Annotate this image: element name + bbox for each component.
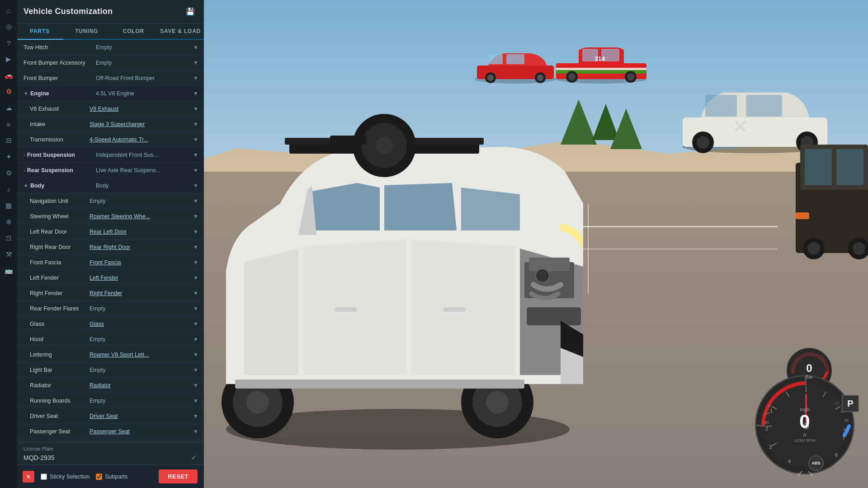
icon-list[interactable]: ≡ — [1, 117, 16, 132]
parts-row-19[interactable]: Hood Empty ▼ — [16, 332, 204, 347]
dropdown-arrow-8[interactable]: ▼ — [193, 167, 198, 174]
parts-row-24[interactable]: Driver Seat Driver Seat ▼ — [16, 408, 204, 424]
svg-text:-30: -30 — [763, 420, 769, 425]
dropdown-arrow-23[interactable]: ▼ — [193, 398, 198, 404]
svg-line-64 — [835, 406, 840, 409]
icon-vehicle2[interactable]: 🚌 — [1, 263, 16, 278]
dropdown-arrow-13[interactable]: ▼ — [193, 244, 198, 250]
sticky-label-text: Sticky Selection — [50, 474, 90, 480]
parts-row-16[interactable]: Right Fender Right Fender ▼ — [16, 286, 204, 301]
parts-row-13[interactable]: Right Rear Door Rear Right Door ▼ — [16, 239, 204, 255]
dropdown-arrow-15[interactable]: ▼ — [193, 275, 198, 281]
left-arrow[interactable]: ↙ — [797, 468, 803, 478]
icon-volume[interactable]: ♪ — [1, 182, 16, 197]
parts-row-12[interactable]: Left Rear Door Rear Left Door ▼ — [16, 224, 204, 239]
dropdown-arrow-19[interactable]: ▼ — [193, 336, 198, 343]
parts-row-15[interactable]: Left Fender Left Fender ▼ — [16, 270, 204, 286]
license-plate-confirm[interactable]: ✓ — [191, 453, 197, 462]
tab-parts[interactable]: PARTS — [16, 23, 63, 40]
parts-row-7[interactable]: › Front Suspension Independent Front Sus… — [16, 147, 204, 163]
tab-save-load[interactable]: SAVE & LOAD — [157, 23, 204, 40]
parts-row-20[interactable]: Lettering Roamer V8 Sport Lett... ▼ — [16, 347, 204, 362]
dropdown-arrow-7[interactable]: ▼ — [193, 152, 198, 158]
parts-row-17[interactable]: Rear Fender Flares Empty ▼ — [16, 301, 204, 316]
part-value-13: Rear Right Door — [90, 244, 190, 250]
dropdown-arrow-11[interactable]: ▼ — [193, 213, 198, 220]
dropdown-arrow-10[interactable]: ▼ — [193, 198, 198, 204]
part-value-0: Empty — [96, 44, 190, 51]
icon-sliders[interactable]: ⊟ — [1, 133, 16, 148]
dropdown-arrow-12[interactable]: ▼ — [193, 229, 198, 235]
icon-nodes[interactable]: ✦ — [1, 149, 16, 164]
tab-tuning[interactable]: TUNING — [63, 23, 110, 40]
parts-row-2[interactable]: Front Bumper Off-Road Front Bumper ▼ — [16, 70, 204, 86]
icon-camera[interactable]: ⊡ — [1, 230, 16, 246]
dropdown-arrow-25[interactable]: ▼ — [193, 428, 198, 435]
sticky-selection-label[interactable]: Sticky Selection — [41, 474, 90, 480]
part-value-18: Glass — [90, 321, 190, 327]
icon-layers[interactable]: ⊕ — [1, 214, 16, 230]
parts-row-9[interactable]: ▼ Body Body ▼ — [16, 178, 204, 193]
parts-row-10[interactable]: Navigation Unit Empty ▼ — [16, 193, 204, 209]
icon-play[interactable]: ▶ — [1, 52, 16, 67]
dropdown-arrow-4[interactable]: ▼ — [193, 106, 198, 112]
dropdown-arrow-24[interactable]: ▼ — [193, 413, 198, 419]
dropdown-arrow-17[interactable]: ▼ — [193, 305, 198, 312]
parts-row-18[interactable]: Glass Glass ▼ — [16, 316, 204, 332]
parts-row-3[interactable]: ▼ Engine 4.5L V8 Engine ▼ — [16, 86, 204, 101]
icon-target[interactable]: ◎ — [1, 19, 16, 34]
parts-row-14[interactable]: Front Fascia Front Fascia ▼ — [16, 255, 204, 270]
svg-rect-55 — [527, 307, 581, 325]
svg-point-17 — [568, 73, 576, 80]
icon-settings[interactable]: ⚙ — [1, 84, 16, 99]
license-plate-input[interactable] — [24, 454, 191, 461]
icon-home[interactable]: ⌂ — [1, 3, 16, 18]
parts-row-6[interactable]: Transmission 4-Speed Automatic Tr... ▼ — [16, 132, 204, 147]
part-value-2: Off-Road Front Bumper — [96, 75, 190, 81]
parts-row-11[interactable]: Steering Wheel Roamer Steering Whe... ▼ — [16, 209, 204, 224]
close-button[interactable]: ✕ — [23, 471, 34, 483]
parts-row-23[interactable]: Running Boards Empty ▼ — [16, 393, 204, 408]
icon-wrench[interactable]: ⚒ — [1, 247, 16, 262]
icon-car[interactable]: 🚗 — [1, 68, 16, 83]
icon-chart[interactable]: ▦ — [1, 198, 16, 213]
dropdown-arrow-21[interactable]: ▼ — [193, 367, 198, 373]
parts-row-25[interactable]: Passenger Seat Passenger Seat ▼ — [16, 424, 204, 439]
dropdown-arrow-0[interactable]: ▼ — [193, 44, 198, 51]
dropdown-arrow-22[interactable]: ▼ — [193, 382, 198, 389]
reset-button[interactable]: RESET — [159, 469, 198, 483]
dropdown-arrow-20[interactable]: ▼ — [193, 352, 198, 358]
parts-row-21[interactable]: Light Bar Empty ▼ — [16, 362, 204, 378]
icon-gear2[interactable]: ⚙ — [1, 165, 16, 181]
sticky-selection-checkbox[interactable] — [41, 474, 47, 480]
subparts-checkbox[interactable] — [96, 474, 102, 480]
parts-row-22[interactable]: Radiator Radiator ▼ — [16, 378, 204, 393]
parts-row-8[interactable]: › Rear Suspension Live Axle Rear Suspens… — [16, 163, 204, 178]
icon-help[interactable]: ? — [1, 35, 16, 51]
svg-rect-22 — [705, 95, 737, 117]
dropdown-arrow-1[interactable]: ▼ — [193, 60, 198, 66]
background-car-race: 314 — [552, 41, 651, 86]
parts-row-0[interactable]: Tow Hitch Empty ▼ — [16, 40, 204, 55]
parts-row-1[interactable]: Front Bumper Accessory Empty ▼ — [16, 55, 204, 70]
tab-color[interactable]: COLOR — [110, 23, 157, 40]
dropdown-arrow-6[interactable]: ▼ — [193, 136, 198, 143]
navigation-arrows[interactable]: ↙ ↘ — [797, 468, 814, 478]
dropdown-arrow-9[interactable]: ▼ — [193, 183, 198, 189]
part-name-8: Rear Suspension — [27, 167, 99, 174]
dropdown-arrow-16[interactable]: ▼ — [193, 290, 198, 296]
parts-row-4[interactable]: V8 Exhaust V8 Exhaust ▼ — [16, 101, 204, 117]
subparts-label[interactable]: Subparts — [96, 474, 127, 480]
dropdown-arrow-14[interactable]: ▼ — [193, 259, 198, 266]
dropdown-arrow-3[interactable]: ▼ — [193, 90, 198, 97]
icon-cloud[interactable]: ☁ — [1, 100, 16, 116]
svg-point-7 — [537, 75, 543, 81]
parts-row-5[interactable]: Intake Stage 3 Supercharger ▼ — [16, 117, 204, 132]
dropdown-arrow-18[interactable]: ▼ — [193, 321, 198, 327]
svg-point-41 — [246, 391, 269, 413]
part-value-17: Empty — [90, 305, 190, 312]
dropdown-arrow-2[interactable]: ▼ — [193, 75, 198, 81]
panel-save-icon[interactable]: 💾 — [184, 5, 197, 18]
dropdown-arrow-5[interactable]: ▼ — [193, 121, 198, 127]
right-arrow[interactable]: ↘ — [807, 468, 814, 478]
